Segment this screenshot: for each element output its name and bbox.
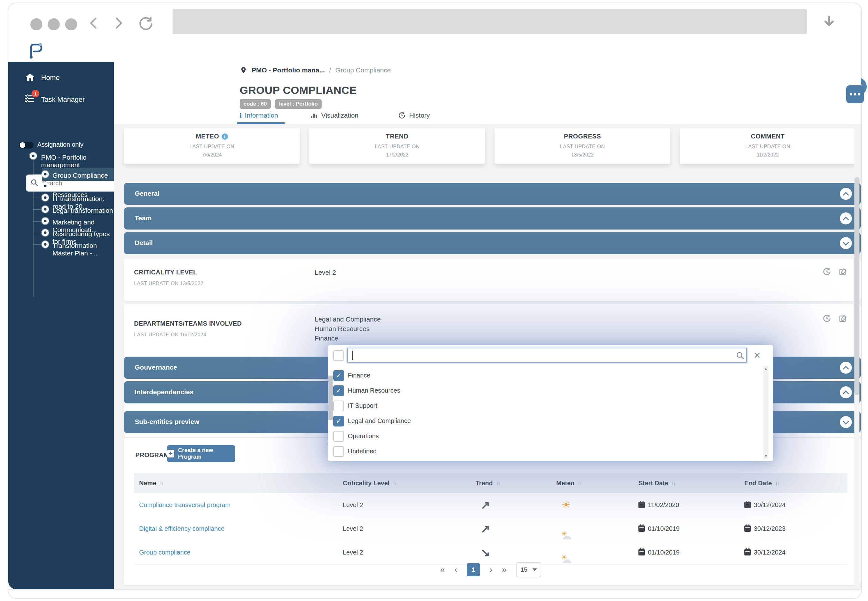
sort-icon[interactable]: ↑↓ <box>578 481 581 486</box>
pagination-current-page[interactable]: 1 <box>467 563 480 577</box>
start-date-cell: 11/02/2020 <box>638 493 679 517</box>
tab-history[interactable]: History <box>398 111 430 119</box>
partly-cloudy-icon: ☀☁ <box>560 517 572 541</box>
info-icon: i <box>240 111 242 119</box>
column-header-criticality[interactable]: Criticality Level↑↓ <box>343 473 397 493</box>
sidebar-item-transformation-master[interactable]: Transformation Master Plan -... <box>52 242 114 257</box>
select-all-checkbox[interactable]: ✓ <box>333 350 344 361</box>
section-detail-label: Detail <box>135 239 153 247</box>
page-title: GROUP COMPLIANCE <box>240 84 357 96</box>
chevron-up-icon[interactable] <box>840 188 852 200</box>
option-checkbox[interactable]: ✓ <box>333 416 344 427</box>
sidebar-item-pmo-portfolio[interactable]: PMO - Portfolio management <box>41 154 114 169</box>
pagination-prev[interactable]: ‹ <box>455 565 457 575</box>
pagination-next[interactable]: › <box>490 565 492 575</box>
dropdown-search-input[interactable] <box>347 348 747 363</box>
dropdown-scrollbar-track[interactable] <box>763 366 768 459</box>
sidebar-item-home[interactable]: Home <box>41 74 60 82</box>
trend-card: TREND LAST UPDATE ON 17/2/2022 <box>309 128 485 164</box>
criticality-cell: Level 2 <box>343 493 363 517</box>
assignation-toggle[interactable] <box>19 142 34 149</box>
sidebar-item-legal-transformation[interactable]: Legal transformation <box>52 207 113 214</box>
chevron-down-icon <box>532 569 537 571</box>
criticality-value: Level 2 <box>315 269 336 276</box>
scroll-up-icon[interactable]: ▲ <box>763 367 768 371</box>
create-program-button[interactable]: + Create a new Program <box>167 445 235 462</box>
program-link[interactable]: Compliance transversal program <box>139 493 230 517</box>
pagination-last[interactable]: » <box>502 565 506 575</box>
forward-button[interactable] <box>111 16 125 31</box>
section-general[interactable]: General <box>124 183 861 205</box>
option-checkbox[interactable]: ✓ <box>333 370 344 381</box>
check-icon: ✓ <box>336 417 342 425</box>
option-label-operations[interactable]: Operations <box>348 433 379 440</box>
download-icon[interactable] <box>821 14 837 31</box>
option-label-human-resources[interactable]: Human Resources <box>348 387 400 394</box>
tab-visualization[interactable]: Visualization <box>310 111 358 119</box>
sidebar-item-task-manager[interactable]: Task Manager <box>41 96 85 104</box>
create-program-label: Create a new Program <box>178 447 235 460</box>
calendar-icon <box>744 549 751 555</box>
column-header-meteo[interactable]: Meteo↑↓ <box>556 473 581 493</box>
page-scrollbar-thumb[interactable] <box>854 177 859 395</box>
address-bar[interactable] <box>172 9 807 34</box>
info-icon[interactable]: i <box>222 133 228 140</box>
option-label-it-support[interactable]: IT Support <box>348 402 377 409</box>
pagination-first[interactable]: « <box>440 565 445 575</box>
field-edit-icon[interactable] <box>839 314 848 323</box>
field-history-icon[interactable] <box>822 267 831 276</box>
refresh-button[interactable] <box>137 16 154 32</box>
back-button[interactable] <box>87 16 102 31</box>
chevron-up-icon[interactable] <box>840 212 852 224</box>
more-actions-button[interactable] <box>846 85 864 103</box>
entity-node-icon <box>30 153 37 159</box>
end-date-cell: 30/12/2024 <box>744 541 786 564</box>
section-team[interactable]: Team <box>124 207 861 230</box>
breadcrumb-current: Group Compliance <box>336 66 391 74</box>
chevron-down-icon[interactable] <box>840 237 852 249</box>
column-header-start-date[interactable]: Start Date↑↓ <box>638 473 675 493</box>
program-link[interactable]: Digital & efficiency compliance <box>139 517 224 541</box>
chevron-up-icon[interactable] <box>840 386 852 398</box>
criticality-label: CRITICALITY LEVEL <box>134 269 197 276</box>
trend-card-title: TREND <box>309 133 485 140</box>
option-label-finance[interactable]: Finance <box>348 372 370 379</box>
chevron-up-icon[interactable] <box>840 362 852 374</box>
sort-icon[interactable]: ↑↓ <box>671 481 675 486</box>
sort-icon[interactable]: ↑↓ <box>393 481 397 486</box>
dropdown-scrollbar-thumb[interactable] <box>328 375 333 420</box>
sort-icon[interactable]: ↑↓ <box>496 481 500 486</box>
section-sub-entities-label: Sub-entities preview <box>135 418 199 426</box>
trend-value: ↗ <box>481 493 490 517</box>
sidebar-item-group-compliance[interactable]: Group Compliance <box>52 172 108 179</box>
breadcrumb-bar: PMO - Portfolio mana... / Group Complian… <box>114 62 861 80</box>
program-link[interactable]: Group compliance <box>139 541 191 564</box>
sort-icon[interactable]: ↑↓ <box>775 481 779 486</box>
option-checkbox[interactable]: ✓ <box>333 385 344 396</box>
chevron-down-icon[interactable] <box>840 416 852 428</box>
page-size-select[interactable]: 15 <box>516 562 542 577</box>
option-label-legal-compliance[interactable]: Legal and Compliance <box>348 417 411 425</box>
column-header-end-date[interactable]: End Date↑↓ <box>744 473 779 493</box>
comment-card-date: 11/2/2022 <box>680 152 856 158</box>
field-history-icon[interactable] <box>822 314 831 323</box>
option-label-undefined[interactable]: Undefined <box>348 448 377 455</box>
option-checkbox[interactable]: ✓ <box>333 446 344 457</box>
scroll-down-icon[interactable]: ▼ <box>763 454 768 458</box>
section-gouvernance-label: Gouvernance <box>135 363 177 371</box>
column-header-name[interactable]: Name↑↓ <box>139 473 163 493</box>
option-checkbox[interactable]: ✓ <box>333 401 344 411</box>
option-checkbox[interactable]: ✓ <box>333 431 344 442</box>
trend-card-update-label: LAST UPDATE ON <box>309 144 485 149</box>
start-date-cell: 01/10/2019 <box>638 517 680 541</box>
field-edit-icon[interactable] <box>839 267 848 276</box>
departments-last-update: LAST UPDATE ON 16/12/2024 <box>134 332 206 338</box>
tab-information[interactable]: i Information <box>240 111 278 119</box>
section-detail[interactable]: Detail <box>124 232 861 254</box>
departments-multiselect-dropdown: ✓ × ✓ Finance ✓ Human Resources ✓ IT Sup… <box>328 345 773 461</box>
close-icon[interactable]: × <box>754 348 760 362</box>
program-heading: PROGRAM <box>135 452 169 459</box>
sort-icon[interactable]: ↑↓ <box>159 481 163 486</box>
breadcrumb-parent[interactable]: PMO - Portfolio mana... <box>252 66 325 74</box>
column-header-trend[interactable]: Trend↑↓ <box>476 473 500 493</box>
